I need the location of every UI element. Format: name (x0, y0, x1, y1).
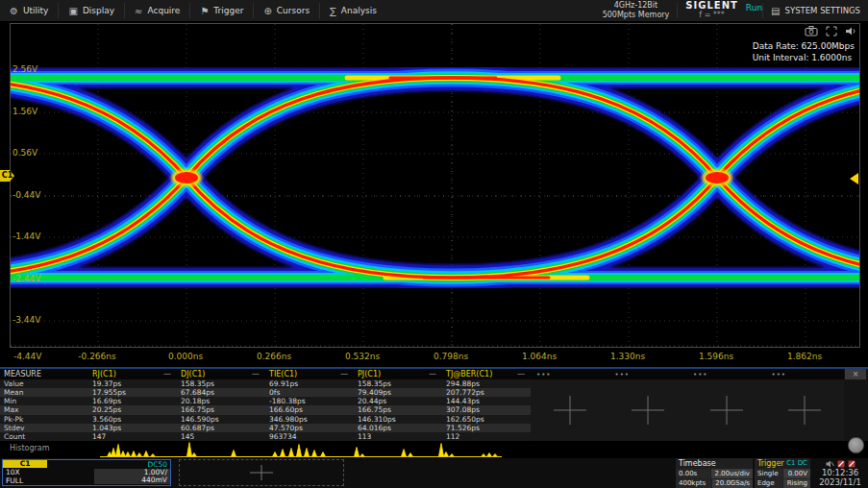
measure-value-cell: 166.75ps (177, 405, 265, 414)
measure-value-cell: 67.684ps (177, 388, 265, 397)
measure-value-cell: 3.560ps (88, 415, 177, 424)
measure-row-label: Mean (0, 388, 88, 397)
camera-icon[interactable] (805, 26, 818, 37)
collapse-column-icon[interactable]: — (340, 370, 354, 378)
menu-utility-label: Utility (23, 6, 48, 15)
measure-value-cell: 69.91ps (265, 379, 354, 388)
measure-column-header[interactable]: PJ(C1)— (354, 370, 442, 378)
measure-header-row: MEASURERJ(C1)—DJ(C1)—TIE(C1)—PJ(C1)—TJ@B… (0, 369, 531, 379)
gear-icon: ⚙ (10, 6, 18, 16)
lan-disconnected-icon (848, 460, 856, 468)
measure-title-cell: MEASURE (0, 370, 88, 378)
clock-area[interactable]: 10:12:36 2023/11/1 (812, 458, 868, 488)
trigger-slope: Rising (783, 479, 811, 488)
measure-value-cell: 166.60ps (265, 405, 354, 414)
measure-value-cell: 17.955ps (88, 388, 177, 397)
system-settings-button[interactable]: ▤ SYSTEM SETTINGS (763, 0, 868, 21)
x-axis-label: 1.862ns (787, 352, 822, 361)
collapse-column-icon[interactable]: — (429, 370, 442, 378)
empty-measure-column-header[interactable]: ••• (609, 371, 688, 378)
menu-cursors[interactable]: ⊕Cursors (254, 0, 319, 21)
speaker-mute-icon (826, 460, 834, 468)
measure-title: MEASURE (4, 370, 41, 378)
menu-trigger[interactable]: ⚑Trigger (190, 0, 253, 21)
top-menu-bar: ⚙Utility▣Display≈Acquire⚑Trigger⊕Cursors… (0, 0, 868, 21)
collapse-column-icon[interactable]: — (163, 370, 177, 378)
measure-value-cell: -180.38ps (265, 397, 354, 405)
menu-cursors-label: Cursors (277, 6, 310, 15)
measure-column-name: TIE(C1) (269, 370, 297, 378)
trigger-level: 0.00V (783, 469, 811, 478)
speaker-icon[interactable] (845, 26, 856, 37)
measure-value-cell: 79.409ps (354, 388, 442, 397)
navigation-knob-button[interactable] (848, 437, 864, 453)
timebase-scale: 2.00us/div (711, 469, 753, 478)
measure-column-header[interactable]: RJ(C1)— (88, 370, 177, 378)
trigger-box[interactable]: Trigger C1 DC Single 0.00V Edge Rising (755, 458, 810, 488)
measure-value-cell: 112 (442, 432, 531, 441)
measure-column-header[interactable]: DJ(C1)— (177, 370, 265, 378)
add-measurement-button[interactable] (687, 379, 766, 441)
eye-diagram-canvas (11, 24, 860, 348)
measure-value-cell: 60.687ps (177, 424, 265, 432)
plot-toolbar (805, 26, 856, 37)
collapse-column-icon[interactable]: — (252, 370, 265, 378)
measure-value-cell: 158.35ps (354, 379, 442, 388)
measure-value-cell: 64.016ps (354, 424, 442, 432)
measure-value-cell: 71.526ps (442, 424, 531, 432)
y-axis-label: 1.56V (12, 107, 37, 116)
x-axis-label: 0.266ns (257, 352, 291, 361)
acquisition-status[interactable]: Run (746, 0, 762, 21)
measure-value-cell: 207.772ps (442, 388, 531, 397)
y-axis-label: -0.44V (12, 190, 40, 200)
measure-value-cell: 144.43ps (442, 397, 531, 405)
add-measurement-button[interactable] (609, 379, 688, 441)
add-measurement-button[interactable] (531, 379, 609, 441)
specs-bandwidth: 4GHz-12Bit (603, 1, 670, 11)
measure-column-header[interactable]: TJ@BER(C1)— (442, 370, 531, 378)
fullscreen-icon[interactable] (826, 26, 837, 37)
trigger-mode: Single (755, 469, 782, 478)
menu-display[interactable]: ▣Display (59, 0, 124, 21)
timebase-box[interactable]: Timebase 0.00s 2.00us/div 400kpts 20.0GS… (676, 458, 753, 488)
measure-row-label: Min (0, 397, 88, 405)
x-axis-label: 1.064ns (522, 352, 557, 361)
trigger-type: Edge (755, 479, 782, 488)
measure-column-name: RJ(C1) (92, 370, 116, 378)
measure-table-data: MEASURERJ(C1)—DJ(C1)—TIE(C1)—PJ(C1)—TJ@B… (0, 369, 531, 441)
menu-utility[interactable]: ⚙Utility (0, 0, 58, 21)
measure-column-name: TJ@BER(C1) (446, 370, 492, 378)
histogram-label: Histogram (10, 444, 50, 452)
y-axis-label: -3.44V (12, 315, 40, 325)
channel1-descriptor-box[interactable]: C1 DC50 10X 1.00V/ FULL 440mV (2, 459, 171, 486)
empty-measure-column-header[interactable]: ••• (531, 371, 609, 378)
measure-value-cell: 20.44ps (354, 397, 442, 405)
trigger-source: C1 DC (786, 459, 807, 467)
scope-specs: 4GHz-12Bit 500Mpts Memory (595, 0, 678, 21)
measure-column-header[interactable]: TIE(C1)— (265, 370, 354, 378)
y-axis-label: -1.44V (12, 232, 40, 241)
close-measure-table-button[interactable]: × (845, 369, 866, 379)
add-measurement-button[interactable] (766, 379, 845, 441)
cursors-icon: ⊕ (263, 6, 271, 16)
empty-measure-column-header[interactable]: ••• (687, 371, 766, 378)
menu-analysis[interactable]: ∑Analysis (320, 0, 386, 21)
empty-measure-column-header[interactable]: ••• (766, 371, 845, 378)
measure-value-cell: 307.08ps (442, 405, 531, 414)
measure-column-name: DJ(C1) (181, 370, 205, 378)
measure-value-cell: 158.35ps (177, 379, 265, 388)
measure-value-cell: 145 (177, 432, 265, 441)
add-channel-button[interactable] (179, 459, 344, 486)
measure-row: Count147145963734113112 (0, 432, 531, 441)
menu-acquire[interactable]: ≈Acquire (125, 0, 189, 21)
trigger-title: Trigger (757, 459, 784, 468)
clock-time: 10:12:36 (812, 468, 868, 477)
collapse-column-icon[interactable]: — (517, 370, 531, 378)
measure-value-cell: 113 (354, 432, 442, 441)
measure-value-cell: 166.75ps (354, 405, 442, 414)
measure-row: Min16.69ps20.18ps-180.38ps20.44ps144.43p… (0, 397, 531, 405)
trigger-level-marker[interactable] (850, 173, 858, 184)
status-icons (812, 458, 868, 468)
specs-memory: 500Mpts Memory (603, 11, 670, 20)
measure-value-cell: 47.570ps (265, 424, 354, 432)
